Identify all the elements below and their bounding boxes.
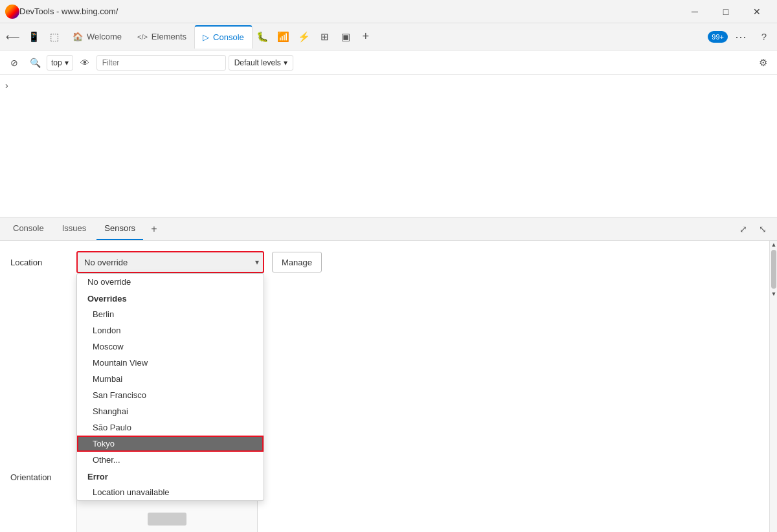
tab-sensors[interactable]: Sensors bbox=[96, 218, 143, 240]
tab-console-bottom[interactable]: Console bbox=[5, 218, 52, 240]
tab-console[interactable]: ▷ Console bbox=[194, 25, 253, 49]
performance-icon-button[interactable]: ⚡ bbox=[294, 27, 315, 47]
dropdown-item-sao-paulo[interactable]: São Paulo bbox=[77, 419, 264, 436]
sensors-panel: Location No override ▾ No override Overr… bbox=[0, 241, 777, 532]
console-icon: ▷ bbox=[203, 32, 209, 42]
console-settings-button[interactable]: ⚙ bbox=[754, 54, 772, 71]
bottom-tab-actions: ⤢ ⤡ bbox=[734, 220, 772, 238]
dropdown-item-shanghai[interactable]: Shanghai bbox=[77, 403, 264, 419]
tab-elements-label: Elements bbox=[152, 32, 186, 41]
undock-button[interactable]: ⤢ bbox=[734, 220, 752, 238]
memory-icon-button[interactable]: ⊞ bbox=[315, 27, 335, 47]
layers-icon-button[interactable]: ▣ bbox=[335, 27, 356, 47]
filter-toggle-button[interactable]: 🔍 bbox=[26, 54, 44, 71]
dropdown-item-mountain-view[interactable]: Mountain View bbox=[77, 355, 264, 371]
dropdown-item-tokyo[interactable]: Tokyo bbox=[77, 436, 264, 452]
console-toolbar: ⊘ 🔍 top ▾ 👁 Default levels ▾ ⚙ bbox=[0, 50, 777, 75]
context-label: top bbox=[51, 58, 62, 67]
location-row: Location No override ▾ No override Overr… bbox=[10, 251, 761, 273]
bug-icon-button[interactable]: 🐛 bbox=[253, 27, 273, 47]
dropdown-header-overrides: Overrides bbox=[77, 290, 264, 306]
tab-bar: ⟵ 📱 ⬚ 🏠 Welcome </> Elements ▷ Console 🐛… bbox=[0, 23, 777, 50]
tab-elements[interactable]: </> Elements bbox=[130, 25, 194, 49]
tab-issues-label: Issues bbox=[62, 223, 87, 233]
app-icon bbox=[5, 5, 19, 19]
help-button[interactable]: ? bbox=[754, 27, 774, 47]
window-title: DevTools - www.bing.com/ bbox=[19, 6, 680, 16]
dropdown-item-london[interactable]: London bbox=[77, 322, 264, 338]
tab-welcome-label: Welcome bbox=[87, 32, 122, 41]
add-tab-button[interactable]: + bbox=[356, 27, 376, 47]
dropdown-item-berlin[interactable]: Berlin bbox=[77, 306, 264, 322]
title-bar: DevTools - www.bing.com/ ─ □ ✕ bbox=[0, 0, 777, 23]
location-select-wrapper: No override ▾ No override Overrides Berl… bbox=[76, 251, 264, 273]
dropdown-item-moscow[interactable]: Moscow bbox=[77, 338, 264, 355]
levels-arrow: ▾ bbox=[284, 58, 287, 67]
location-dropdown: No override Overrides Berlin London Mosc… bbox=[76, 273, 264, 501]
levels-label: Default levels bbox=[234, 58, 281, 67]
console-chevron[interactable]: › bbox=[5, 80, 8, 91]
tab-issues[interactable]: Issues bbox=[54, 218, 95, 240]
clear-console-button[interactable]: ⊘ bbox=[5, 54, 23, 71]
dropdown-item-location-unavailable[interactable]: Location unavailable bbox=[77, 484, 264, 500]
tab-console-bottom-label: Console bbox=[13, 223, 44, 233]
orientation-label: Orientation bbox=[10, 467, 69, 482]
wifi-icon-button[interactable]: 📶 bbox=[273, 27, 294, 47]
close-button[interactable]: ✕ bbox=[742, 1, 772, 22]
minimize-button[interactable]: ─ bbox=[680, 1, 710, 22]
more-tools-button[interactable]: ⋯ bbox=[730, 27, 751, 47]
dropdown-item-mumbai[interactable]: Mumbai bbox=[77, 371, 264, 387]
elements-icon: </> bbox=[137, 33, 148, 41]
console-output[interactable]: › bbox=[0, 75, 777, 217]
location-label: Location bbox=[10, 258, 69, 267]
add-panel-tab-button[interactable]: + bbox=[146, 221, 163, 238]
scroll-up-arrow[interactable]: ▲ bbox=[770, 241, 777, 249]
tab-sensors-label: Sensors bbox=[104, 223, 135, 233]
inspect-button[interactable]: ⬚ bbox=[44, 27, 65, 47]
filter-input[interactable] bbox=[96, 55, 226, 71]
manage-button[interactable]: Manage bbox=[272, 252, 322, 272]
scroll-down-arrow[interactable]: ▼ bbox=[770, 290, 777, 298]
context-selector[interactable]: top ▾ bbox=[47, 55, 73, 71]
dropdown-header-error: Error bbox=[77, 468, 264, 484]
notification-badge: 99+ bbox=[708, 31, 728, 43]
dropdown-item-san-francisco[interactable]: San Francisco bbox=[77, 387, 264, 403]
device-emulation-button[interactable]: 📱 bbox=[23, 27, 44, 47]
eye-icon-button[interactable]: 👁 bbox=[76, 54, 94, 71]
sidebar-toggle-button[interactable]: ⟵ bbox=[3, 27, 23, 47]
scrollbar-thumb[interactable] bbox=[771, 250, 776, 289]
maximize-button[interactable]: □ bbox=[711, 1, 741, 22]
orientation-slider bbox=[148, 513, 186, 526]
right-scrollbar: ▲ ▼ bbox=[769, 241, 777, 532]
window-controls: ─ □ ✕ bbox=[680, 1, 772, 22]
home-icon: 🏠 bbox=[73, 32, 83, 41]
dropdown-item-no-override[interactable]: No override bbox=[77, 274, 264, 290]
sensors-main-content: Location No override ▾ No override Overr… bbox=[0, 241, 777, 532]
context-dropdown-arrow: ▾ bbox=[65, 58, 69, 67]
location-select[interactable]: No override bbox=[76, 251, 264, 273]
bottom-panel-tabs: Console Issues Sensors + ⤢ ⤡ bbox=[0, 217, 777, 241]
tab-welcome[interactable]: 🏠 Welcome bbox=[65, 25, 130, 49]
levels-selector[interactable]: Default levels ▾ bbox=[229, 55, 293, 71]
tab-console-label: Console bbox=[213, 32, 244, 42]
close-bottom-panel-button[interactable]: ⤡ bbox=[754, 220, 772, 238]
dropdown-item-other[interactable]: Other... bbox=[77, 452, 264, 468]
